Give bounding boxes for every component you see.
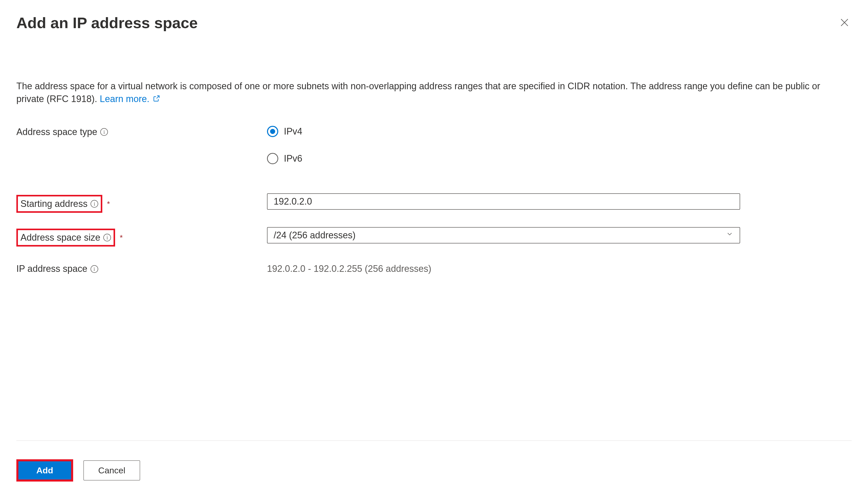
radio-option-ipv4[interactable]: IPv4 [267, 125, 740, 138]
info-icon[interactable]: i [91, 265, 98, 273]
required-indicator: * [120, 232, 123, 243]
footer-separator [17, 440, 851, 441]
row-ip-address-space: IP address space i 192.0.2.0 - 192.0.2.2… [17, 261, 851, 275]
info-icon[interactable]: i [100, 128, 108, 136]
close-icon [839, 18, 850, 28]
label-text: IP address space [17, 262, 87, 275]
radio-indicator [267, 126, 278, 137]
label-starting-address: Starting address i * [17, 194, 267, 213]
add-ip-address-space-panel: Add an IP address space The address spac… [0, 0, 868, 502]
cancel-button[interactable]: Cancel [83, 460, 140, 481]
label-address-space-type: Address space type i [17, 124, 267, 138]
label-ip-address-space: IP address space i [17, 261, 267, 275]
panel-title: Add an IP address space [17, 12, 198, 34]
address-space-type-radio-group: IPv4 IPv6 [267, 124, 740, 165]
panel-footer: Add Cancel [17, 440, 851, 482]
chevron-down-icon [726, 230, 733, 240]
radio-label-ipv4: IPv4 [284, 125, 302, 138]
label-address-space-size: Address space size i * [17, 227, 267, 247]
radio-indicator [267, 153, 278, 164]
close-button[interactable] [837, 15, 851, 31]
label-text: Address space size [20, 231, 100, 244]
panel-header: Add an IP address space [17, 12, 851, 34]
dropdown-selected-value: /24 (256 addresses) [273, 229, 355, 242]
label-text: Starting address [20, 197, 87, 210]
starting-address-input[interactable] [267, 194, 740, 210]
label-text: Address space type [17, 126, 97, 138]
highlight-starting-address: Starting address i [17, 195, 102, 213]
required-indicator: * [107, 198, 110, 209]
footer-buttons: Add Cancel [17, 459, 851, 482]
info-icon[interactable]: i [103, 234, 111, 241]
external-link-icon [153, 95, 160, 104]
form: Address space type i IPv4 IPv6 [17, 124, 851, 275]
info-icon[interactable]: i [91, 200, 98, 208]
ip-address-space-value: 192.0.2.0 - 192.0.2.255 (256 addresses) [267, 261, 740, 275]
learn-more-link[interactable]: Learn more. [100, 94, 160, 104]
row-address-space-size: Address space size i * /24 (256 addresse… [17, 227, 851, 247]
panel-description: The address space for a virtual network … [17, 80, 835, 106]
row-starting-address: Starting address i * [17, 194, 851, 213]
highlight-address-space-size: Address space size i [17, 229, 115, 247]
radio-label-ipv6: IPv6 [284, 152, 302, 165]
row-address-space-type: Address space type i IPv4 IPv6 [17, 124, 851, 165]
learn-more-label: Learn more. [100, 94, 149, 104]
radio-option-ipv6[interactable]: IPv6 [267, 152, 740, 165]
highlight-add-button: Add [17, 459, 73, 482]
address-space-size-dropdown[interactable]: /24 (256 addresses) [267, 227, 740, 243]
add-button[interactable]: Add [18, 461, 71, 480]
